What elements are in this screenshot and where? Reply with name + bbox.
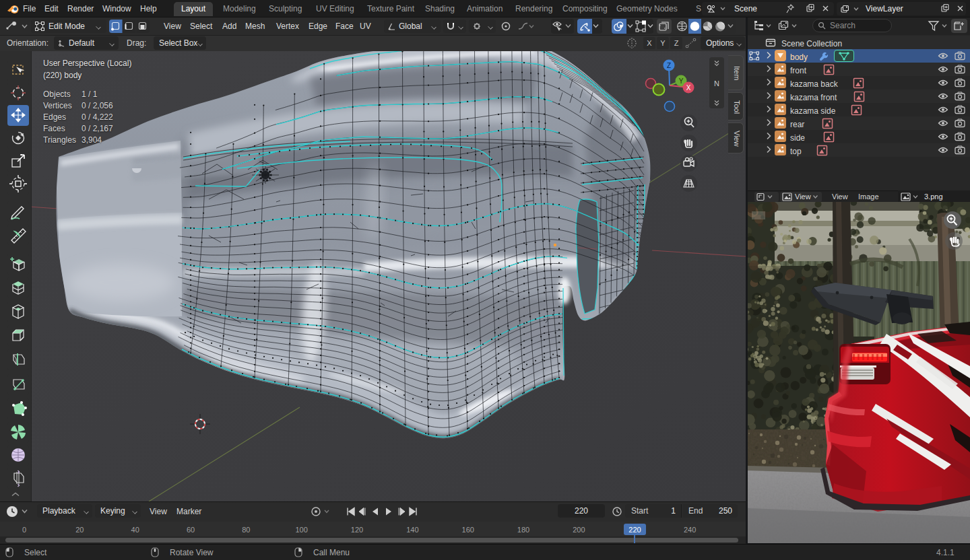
- svg-text:N: N: [714, 79, 719, 88]
- svg-text:Y: Y: [679, 77, 684, 85]
- svg-text:X: X: [686, 84, 691, 92]
- svg-text:Z: Z: [667, 62, 671, 69]
